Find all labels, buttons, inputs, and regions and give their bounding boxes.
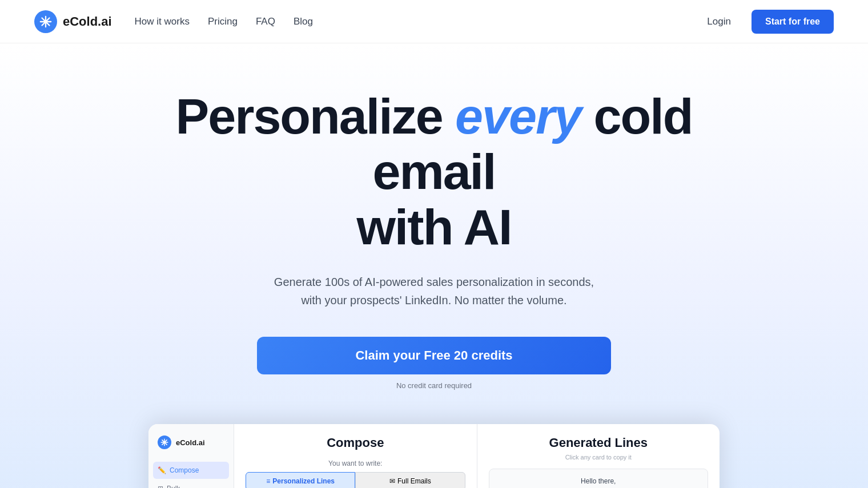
app-compose-panel: Compose You want to write: ≡ Personalize… — [234, 424, 477, 488]
nav-link-how-it-works[interactable]: How it works — [135, 16, 190, 27]
sidebar-item-compose[interactable]: ✏️ Compose — [153, 462, 229, 479]
snowflake-icon — [39, 15, 52, 28]
hero-title-line2: with AI — [356, 199, 511, 255]
mail-icon: ✉ — [389, 477, 395, 485]
svg-point-0 — [45, 20, 47, 23]
logo-text: eCold.ai — [63, 14, 112, 29]
compose-tabs: ≡ Personalized Lines ✉ Full Emails — [246, 472, 465, 488]
logo[interactable]: eCold.ai — [34, 10, 112, 33]
nav-left: eCold.ai How it works Pricing FAQ Blog — [34, 10, 313, 33]
list-icon: ≡ — [266, 477, 270, 485]
app-sidebar: eCold.ai ✏️ Compose ⊞ Bulk — [148, 424, 234, 488]
card-greeting: Hello there, — [497, 477, 700, 485]
tab-personalized-lines[interactable]: ≡ Personalized Lines — [246, 472, 355, 488]
svg-point-1 — [164, 442, 166, 443]
app-sidebar-logo: eCold.ai — [148, 435, 234, 461]
layers-icon: ⊞ — [158, 485, 163, 488]
logo-icon — [34, 10, 57, 33]
nav-link-pricing[interactable]: Pricing — [208, 16, 238, 27]
app-main: Compose You want to write: ≡ Personalize… — [234, 424, 720, 488]
login-button[interactable]: Login — [698, 11, 740, 32]
no-credit-text: No credit card required — [396, 381, 472, 390]
start-for-free-button[interactable]: Start for free — [752, 10, 834, 34]
hero-title: Personalize every cold email with AI — [148, 89, 720, 255]
cta-button[interactable]: Claim your Free 20 credits — [257, 337, 611, 374]
compose-write-label: You want to write: — [246, 459, 465, 467]
nav-link-blog[interactable]: Blog — [294, 16, 313, 27]
hero-title-part1: Personalize — [176, 88, 456, 144]
hero-subtitle: Generate 100s of AI-powered sales person… — [268, 273, 600, 309]
compose-title: Compose — [246, 435, 465, 450]
nav-links: How it works Pricing FAQ Blog — [135, 16, 313, 27]
app-sidebar-logo-text: eCold.ai — [176, 438, 205, 447]
app-preview: eCold.ai ✏️ Compose ⊞ Bulk Compose You w… — [148, 424, 720, 488]
app-generated-panel: Generated Lines Click any card to copy i… — [477, 424, 720, 488]
nav-right: Login Start for free — [698, 10, 834, 34]
generated-title: Generated Lines — [489, 435, 709, 450]
hero-section: Personalize every cold email with AI Gen… — [0, 43, 868, 488]
hero-title-highlight: every — [455, 88, 581, 144]
pencil-icon: ✏️ — [158, 466, 166, 474]
navbar: eCold.ai How it works Pricing FAQ Blog L… — [0, 0, 868, 43]
snowflake-icon-small — [160, 438, 168, 446]
nav-link-faq[interactable]: FAQ — [256, 16, 275, 27]
generated-card[interactable]: Hello there, Impressive career trajector… — [489, 469, 709, 488]
tab-full-emails[interactable]: ✉ Full Emails — [355, 472, 465, 488]
generated-subtitle: Click any card to copy it — [489, 454, 709, 461]
app-sidebar-logo-icon — [158, 435, 171, 449]
sidebar-item-bulk[interactable]: ⊞ Bulk — [148, 480, 234, 488]
